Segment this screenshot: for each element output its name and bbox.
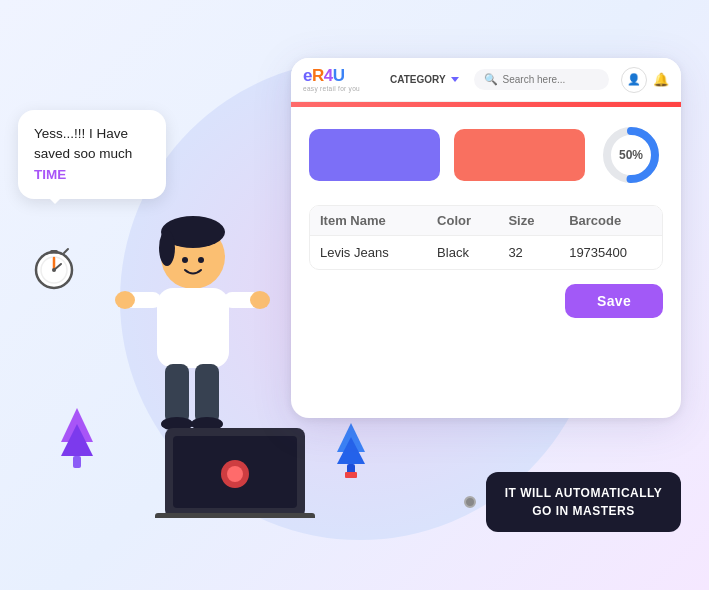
svg-point-16	[115, 291, 135, 309]
category-nav[interactable]: CATEGORY	[383, 70, 466, 89]
speech-bubble: Yess...!!! I Have saved soo much TIME	[18, 110, 166, 199]
search-input[interactable]	[503, 74, 599, 85]
save-button[interactable]: Save	[565, 284, 663, 318]
tree-left-icon	[58, 404, 96, 472]
table-cell: 32	[498, 236, 559, 270]
user-icon[interactable]: 👤	[621, 67, 647, 93]
dot-indicator	[464, 496, 476, 508]
col-header-color: Color	[427, 206, 498, 236]
chevron-down-icon	[451, 77, 459, 82]
table-row: Levis JeansBlack3219735400	[310, 236, 662, 270]
svg-rect-28	[155, 513, 315, 518]
svg-point-12	[159, 230, 175, 266]
donut-container: 50%	[599, 123, 663, 187]
svg-rect-19	[195, 364, 219, 424]
logo-r: R	[312, 66, 324, 85]
logo-sub: easy retail for you	[303, 85, 360, 92]
stopwatch-icon	[28, 240, 80, 292]
svg-line-5	[64, 249, 68, 253]
speech-text: Yess...!!! I Have saved soo much	[34, 126, 132, 161]
category-label: CATEGORY	[390, 74, 446, 85]
logo-u: U	[333, 66, 345, 85]
save-btn-row: Save	[309, 284, 663, 318]
swatch-purple	[309, 129, 440, 181]
table-cell: Levis Jeans	[310, 236, 427, 270]
table-cell: 19735400	[559, 236, 662, 270]
browser-topbar: eR4U easy retail for you CATEGORY 🔍 👤 🔔	[291, 58, 681, 102]
logo-area: eR4U easy retail for you	[303, 67, 375, 92]
col-header-item-name: Item Name	[310, 206, 427, 236]
logo-four: 4	[324, 66, 333, 85]
search-bar[interactable]: 🔍	[474, 69, 609, 90]
svg-rect-18	[165, 364, 189, 424]
col-header-size: Size	[498, 206, 559, 236]
table-cell: Black	[427, 236, 498, 270]
speech-highlight: TIME	[34, 167, 66, 182]
swatches-row: 50%	[309, 123, 663, 187]
swatch-red	[454, 129, 585, 181]
bell-icon[interactable]: 🔔	[653, 72, 669, 87]
card-body: 50% Item Name Color Size Barcode Levis J…	[291, 107, 681, 332]
logo-text: eR4U	[303, 67, 345, 84]
col-header-barcode: Barcode	[559, 206, 662, 236]
svg-rect-4	[50, 250, 58, 254]
svg-rect-32	[345, 472, 357, 478]
auto-label: IT WILL AUTOMATICALLY GO IN MASTERS	[486, 472, 681, 532]
browser-card: eR4U easy retail for you CATEGORY 🔍 👤 🔔	[291, 58, 681, 418]
search-icon: 🔍	[484, 73, 498, 86]
data-table: Item Name Color Size Barcode Levis Jeans…	[310, 206, 662, 269]
table-header-row: Item Name Color Size Barcode	[310, 206, 662, 236]
svg-rect-13	[157, 288, 229, 368]
svg-rect-9	[73, 456, 81, 468]
auto-label-line2: GO IN MASTERS	[504, 502, 663, 520]
logo-e: e	[303, 66, 312, 85]
auto-label-line1: IT WILL AUTOMATICALLY	[504, 484, 663, 502]
svg-point-23	[198, 257, 204, 263]
svg-point-27	[227, 466, 243, 482]
topbar-icons: 👤 🔔	[621, 67, 669, 93]
svg-point-6	[52, 268, 56, 272]
data-table-wrapper: Item Name Color Size Barcode Levis Jeans…	[309, 205, 663, 270]
svg-point-22	[182, 257, 188, 263]
laptop-illustration	[155, 418, 315, 518]
donut-label: 50%	[619, 148, 643, 162]
svg-point-17	[250, 291, 270, 309]
